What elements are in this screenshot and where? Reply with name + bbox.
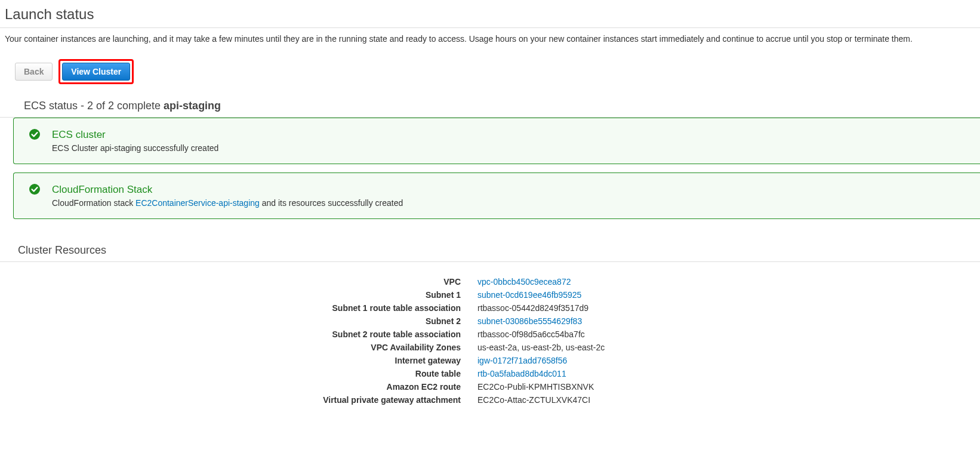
- resource-value: us-east-2a, us-east-2b, us-east-2c: [477, 343, 605, 352]
- status-title: CloudFormation Stack: [52, 184, 403, 196]
- page-description: Your container instances are launching, …: [0, 28, 980, 48]
- resource-link[interactable]: rtb-0a5fabad8db4dc011: [477, 369, 566, 378]
- check-circle-icon: [29, 184, 40, 195]
- back-button[interactable]: Back: [15, 63, 53, 81]
- resource-value: EC2Co-Attac-ZCTULXVK47CI: [477, 395, 590, 405]
- cluster-resources-table: VPCvpc-0bbcb450c9ecea872Subnet 1subnet-0…: [0, 275, 980, 406]
- resource-link[interactable]: subnet-03086be5554629f83: [477, 316, 582, 326]
- resource-value: EC2Co-Publi-KPMHTISBXNVK: [477, 382, 594, 392]
- resource-label: Subnet 1 route table association: [0, 301, 477, 315]
- status-description: CloudFormation stack EC2ContainerService…: [52, 198, 403, 208]
- check-circle-icon: [29, 129, 40, 140]
- resource-label: Internet gateway: [0, 354, 477, 367]
- resource-label: Virtual private gateway attachment: [0, 393, 477, 406]
- resource-label: Amazon EC2 route: [0, 380, 477, 393]
- resource-label: Subnet 2: [0, 315, 477, 328]
- status-desc-text: CloudFormation stack: [52, 198, 135, 208]
- resource-label: VPC Availability Zones: [0, 341, 477, 354]
- resource-row: Subnet 2subnet-03086be5554629f83: [0, 315, 980, 328]
- resource-label: Subnet 1: [0, 288, 477, 301]
- resource-value: rtbassoc-05442d8249f3517d9: [477, 303, 588, 313]
- status-description: ECS Cluster api-staging successfully cre…: [52, 143, 218, 153]
- resource-row: Amazon EC2 routeEC2Co-Publi-KPMHTISBXNVK: [0, 380, 980, 393]
- page-title: Launch status: [0, 0, 980, 28]
- resource-row: VPC Availability Zonesus-east-2a, us-eas…: [0, 341, 980, 354]
- resource-link[interactable]: igw-0172f71add7658f56: [477, 356, 567, 365]
- resource-row: Subnet 2 route table associationrtbassoc…: [0, 328, 980, 341]
- resource-row: VPCvpc-0bbcb450c9ecea872: [0, 275, 980, 288]
- resource-link[interactable]: subnet-0cd619ee46fb95925: [477, 290, 581, 300]
- resource-row: Route tablertb-0a5fabad8db4dc011: [0, 367, 980, 380]
- highlight-annotation: View Cluster: [58, 59, 134, 84]
- cloudformation-stack-link[interactable]: EC2ContainerService-api-staging: [135, 198, 260, 208]
- resource-label: Route table: [0, 367, 477, 380]
- resource-row: Virtual private gateway attachmentEC2Co-…: [0, 393, 980, 406]
- resource-row: Subnet 1 route table associationrtbassoc…: [0, 301, 980, 315]
- svg-point-0: [29, 129, 40, 140]
- cluster-resources-header: Cluster Resources: [0, 227, 980, 262]
- status-title: ECS cluster: [52, 129, 218, 141]
- resource-row: Internet gatewayigw-0172f71add7658f56: [0, 354, 980, 367]
- status-desc-text: and its resources successfully created: [260, 198, 403, 208]
- resource-label: VPC: [0, 275, 477, 288]
- ecs-status-header: ECS status - 2 of 2 complete api-staging: [0, 95, 980, 118]
- resource-label: Subnet 2 route table association: [0, 328, 477, 341]
- status-block: CloudFormation StackCloudFormation stack…: [13, 173, 980, 219]
- view-cluster-button[interactable]: View Cluster: [62, 63, 130, 81]
- resource-value: rtbassoc-0f98d5a6cc54ba7fc: [477, 329, 585, 339]
- resource-link[interactable]: vpc-0bbcb450c9ecea872: [477, 277, 571, 287]
- button-row: Back View Cluster: [0, 48, 980, 95]
- resource-row: Subnet 1subnet-0cd619ee46fb95925: [0, 288, 980, 301]
- status-desc-text: ECS Cluster api-staging successfully cre…: [52, 143, 218, 153]
- svg-point-1: [29, 184, 40, 195]
- status-block: ECS clusterECS Cluster api-staging succe…: [13, 118, 980, 164]
